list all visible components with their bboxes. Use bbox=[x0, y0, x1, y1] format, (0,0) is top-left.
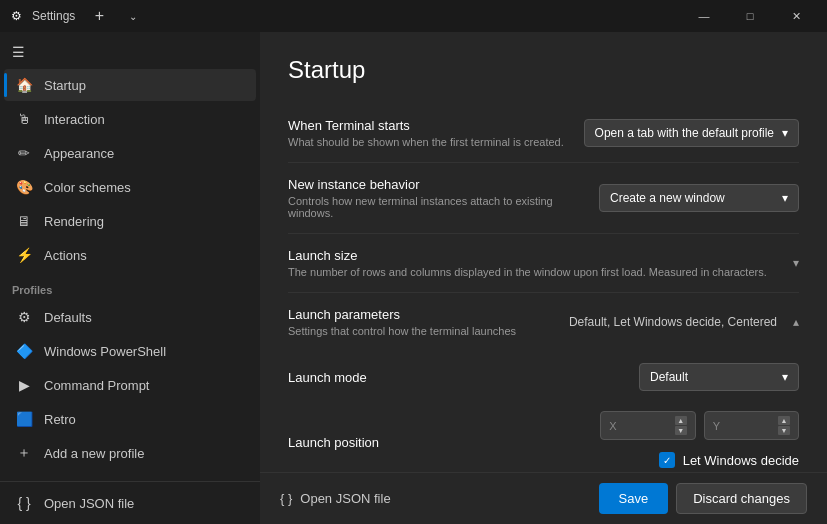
new-instance-behavior-value: Create a new window bbox=[610, 191, 725, 205]
hamburger-button[interactable]: ☰ bbox=[0, 36, 260, 68]
sidebar-item-retro[interactable]: 🟦 Retro bbox=[4, 403, 256, 435]
y-input-wrap: Y ▲ ▼ bbox=[704, 411, 799, 440]
sidebar-item-color-schemes[interactable]: 🎨 Color schemes bbox=[4, 171, 256, 203]
sidebar: ☰ 🏠 Startup 🖱 Interaction ✏ Appearance 🎨… bbox=[0, 32, 260, 524]
when-terminal-starts-label: When Terminal starts bbox=[288, 118, 584, 133]
launch-size-row: Launch size The number of rows and colum… bbox=[288, 234, 799, 293]
launch-params-row: Launch parameters Settings that control … bbox=[288, 293, 799, 472]
launch-params-control: Default, Let Windows decide, Centered ▴ bbox=[569, 315, 799, 329]
y-spinners: ▲ ▼ bbox=[778, 416, 790, 435]
launch-mode-value: Default bbox=[650, 370, 688, 384]
discard-changes-button[interactable]: Discard changes bbox=[676, 483, 807, 514]
x-label: X bbox=[609, 420, 616, 432]
actions-icon: ⚡ bbox=[16, 247, 32, 263]
launch-mode-row: Launch mode Default ▾ bbox=[288, 353, 799, 401]
launch-params-expand-icon[interactable]: ▴ bbox=[793, 315, 799, 329]
open-json-sidebar-button[interactable]: { } Open JSON file bbox=[4, 487, 256, 519]
open-json-button[interactable]: { } Open JSON file bbox=[280, 491, 391, 506]
save-button[interactable]: Save bbox=[599, 483, 669, 514]
sidebar-item-defaults[interactable]: ⚙ Defaults bbox=[4, 301, 256, 333]
titlebar: ⚙ Settings + ⌄ — □ ✕ bbox=[0, 0, 827, 32]
sidebar-item-startup[interactable]: 🏠 Startup bbox=[4, 69, 256, 101]
launch-size-label: Launch size bbox=[288, 248, 793, 263]
let-windows-decide-label: Let Windows decide bbox=[683, 453, 799, 468]
launch-mode-dropdown[interactable]: Default ▾ bbox=[639, 363, 799, 391]
add-profile-button[interactable]: ＋ Add a new profile bbox=[4, 437, 256, 469]
color-schemes-icon: 🎨 bbox=[16, 179, 32, 195]
sidebar-item-label-retro: Retro bbox=[44, 412, 76, 427]
main-scroll-area: Startup When Terminal starts What should… bbox=[260, 32, 827, 472]
powershell-icon: 🔷 bbox=[16, 343, 32, 359]
when-terminal-starts-row: When Terminal starts What should be show… bbox=[288, 104, 799, 163]
new-instance-behavior-control: Create a new window ▾ bbox=[599, 184, 799, 212]
settings-app-icon: ⚙ bbox=[8, 8, 24, 24]
y-label: Y bbox=[713, 420, 720, 432]
close-button[interactable]: ✕ bbox=[773, 0, 819, 32]
retro-icon: 🟦 bbox=[16, 411, 32, 427]
x-spinners: ▲ ▼ bbox=[675, 416, 687, 435]
new-tab-button[interactable]: + bbox=[83, 0, 115, 32]
y-input[interactable] bbox=[724, 419, 774, 433]
app-body: ☰ 🏠 Startup 🖱 Interaction ✏ Appearance 🎨… bbox=[0, 32, 827, 524]
launch-params-value: Default, Let Windows decide, Centered bbox=[569, 315, 777, 329]
maximize-button[interactable]: □ bbox=[727, 0, 773, 32]
launch-size-desc: The number of rows and columns displayed… bbox=[288, 266, 793, 278]
launch-position-label: Launch position bbox=[288, 435, 600, 450]
sidebar-item-label-color-schemes: Color schemes bbox=[44, 180, 131, 195]
sidebar-item-command-prompt[interactable]: ▶ Command Prompt bbox=[4, 369, 256, 401]
window-controls: — □ ✕ bbox=[681, 0, 819, 32]
defaults-icon: ⚙ bbox=[16, 309, 32, 325]
rendering-icon: 🖥 bbox=[16, 213, 32, 229]
x-input-wrap: X ▲ ▼ bbox=[600, 411, 695, 440]
footer-actions: Save Discard changes bbox=[599, 483, 807, 514]
sidebar-item-label-command-prompt: Command Prompt bbox=[44, 378, 149, 393]
y-decrement-button[interactable]: ▼ bbox=[778, 426, 790, 435]
main-footer: { } Open JSON file Save Discard changes bbox=[260, 472, 827, 524]
open-json-footer-label: Open JSON file bbox=[300, 491, 390, 506]
new-instance-behavior-dropdown[interactable]: Create a new window ▾ bbox=[599, 184, 799, 212]
sidebar-item-label-appearance: Appearance bbox=[44, 146, 114, 161]
appearance-icon: ✏ bbox=[16, 145, 32, 161]
y-increment-button[interactable]: ▲ bbox=[778, 416, 790, 425]
when-terminal-starts-info: When Terminal starts What should be show… bbox=[288, 118, 584, 148]
sidebar-item-label-powershell: Windows PowerShell bbox=[44, 344, 166, 359]
when-terminal-starts-value: Open a tab with the default profile bbox=[595, 126, 774, 140]
startup-icon: 🏠 bbox=[16, 77, 32, 93]
launch-size-info: Launch size The number of rows and colum… bbox=[288, 248, 793, 278]
add-profile-label: Add a new profile bbox=[44, 446, 144, 461]
new-instance-behavior-info: New instance behavior Controls how new t… bbox=[288, 177, 599, 219]
sidebar-item-actions[interactable]: ⚡ Actions bbox=[4, 239, 256, 271]
when-terminal-starts-dropdown[interactable]: Open a tab with the default profile ▾ bbox=[584, 119, 799, 147]
minimize-button[interactable]: — bbox=[681, 0, 727, 32]
x-increment-button[interactable]: ▲ bbox=[675, 416, 687, 425]
json-file-icon: { } bbox=[16, 495, 32, 511]
sidebar-item-interaction[interactable]: 🖱 Interaction bbox=[4, 103, 256, 135]
sidebar-item-label-actions: Actions bbox=[44, 248, 87, 263]
tab-dropdown-button[interactable]: ⌄ bbox=[123, 0, 143, 32]
launch-size-control: ▾ bbox=[793, 256, 799, 270]
when-terminal-starts-control: Open a tab with the default profile ▾ bbox=[584, 119, 799, 147]
sidebar-item-appearance[interactable]: ✏ Appearance bbox=[4, 137, 256, 169]
x-decrement-button[interactable]: ▼ bbox=[675, 426, 687, 435]
dropdown-chevron-icon: ▾ bbox=[782, 126, 788, 140]
launch-mode-label: Launch mode bbox=[288, 370, 639, 385]
sidebar-item-label-startup: Startup bbox=[44, 78, 86, 93]
open-json-sidebar-label: Open JSON file bbox=[44, 496, 134, 511]
launch-params-content: Launch mode Default ▾ Launch position bbox=[288, 353, 799, 472]
let-windows-decide-checkbox[interactable]: ✓ bbox=[659, 452, 675, 468]
titlebar-title: Settings bbox=[32, 9, 75, 23]
launch-mode-chevron-icon: ▾ bbox=[782, 370, 788, 384]
sidebar-item-windows-powershell[interactable]: 🔷 Windows PowerShell bbox=[4, 335, 256, 367]
sidebar-item-label-defaults: Defaults bbox=[44, 310, 92, 325]
open-json-footer-icon: { } bbox=[280, 491, 292, 506]
page-title: Startup bbox=[288, 56, 799, 84]
launch-position-row: Launch position X ▲ ▼ bbox=[288, 401, 799, 472]
launch-params-info: Launch parameters Settings that control … bbox=[288, 307, 569, 337]
new-instance-behavior-desc: Controls how new terminal instances atta… bbox=[288, 195, 599, 219]
launch-size-expand-icon[interactable]: ▾ bbox=[793, 256, 799, 270]
x-input[interactable] bbox=[621, 419, 671, 433]
titlebar-left: ⚙ Settings + ⌄ bbox=[8, 0, 681, 32]
new-instance-behavior-row: New instance behavior Controls how new t… bbox=[288, 163, 799, 234]
add-profile-icon: ＋ bbox=[16, 445, 32, 461]
sidebar-item-rendering[interactable]: 🖥 Rendering bbox=[4, 205, 256, 237]
